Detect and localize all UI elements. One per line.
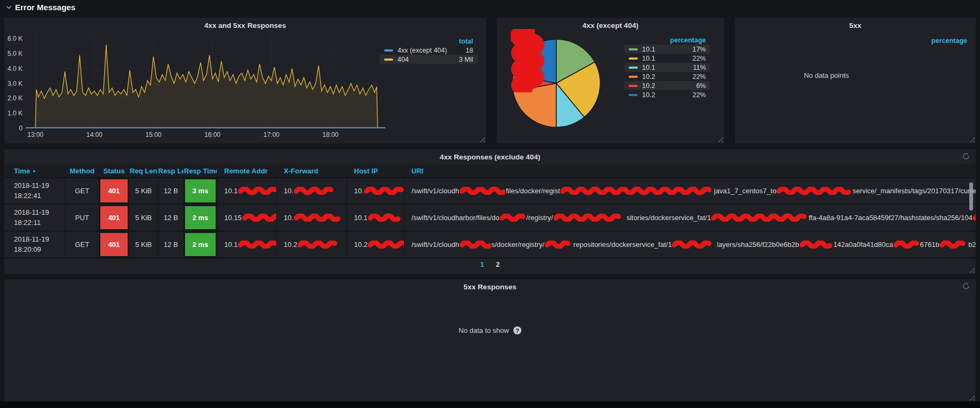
series-color-swatch (629, 94, 638, 96)
text-fragment: 10.1 (224, 241, 238, 249)
redaction-scribble (800, 241, 833, 249)
cell-resp-len: 12 B (158, 205, 184, 230)
cell-method: PUT (65, 205, 99, 230)
dashboard-row-error-messages[interactable]: Error Messages (0, 0, 980, 14)
svg-text:0: 0 (19, 125, 23, 132)
legend-value-header: total (380, 37, 477, 46)
cell-method: GET (65, 232, 99, 257)
redaction-scribble (500, 214, 526, 222)
cell-uri: /swift/v1/cloudhfiles/docker/registjava1… (404, 178, 976, 203)
resize-handle[interactable] (969, 395, 975, 400)
text-fragment: /swift/v1/cloudh (411, 187, 459, 195)
cell-remote-addr: 10.1 (217, 232, 277, 257)
text-fragment: /swift/v1/cloudh (411, 241, 459, 249)
series-total-value: 3 Mil (454, 56, 473, 63)
column-header-host-ip[interactable]: Host IP (347, 167, 404, 175)
text-fragment: 10.2 (284, 241, 297, 249)
cell-status: 401 (99, 178, 129, 203)
series-pct-value: 22% (687, 55, 706, 62)
panel-5xx: 5xx percentage No data points (735, 18, 976, 143)
column-header-resp-time[interactable]: Resp Time (184, 167, 217, 175)
redaction-scribble (242, 214, 277, 222)
series-label: 10.2 (642, 91, 655, 99)
panel-title[interactable]: 4xx (except 404) (497, 21, 724, 30)
legend-row[interactable]: 10.111% (624, 63, 710, 72)
redaction-scribble (298, 241, 341, 249)
time-clock: 18:22:41 (14, 191, 41, 201)
svg-text:6.0 K: 6.0 K (8, 35, 23, 42)
redaction-scribble (294, 214, 341, 222)
legend-value-header: percentage (931, 37, 967, 45)
column-header-resp-len[interactable]: Resp Len (158, 167, 184, 175)
redaction-scribble (460, 241, 491, 249)
page-link[interactable]: 1 (480, 260, 484, 268)
svg-text:1.0 K: 1.0 K (8, 110, 23, 117)
cell-uri: /swift/v1/cloudharbor/files/do/registry/… (404, 205, 976, 230)
svg-text:4.0 K: 4.0 K (8, 65, 23, 72)
svg-text:2.0 K: 2.0 K (8, 94, 23, 102)
text-fragment: sitories/dockerservice_fat/1 (627, 214, 711, 222)
column-header-method[interactable]: Method (65, 167, 99, 175)
column-header-time[interactable]: Time ▼ (4, 167, 65, 175)
text-fragment: 10.1 (224, 187, 238, 195)
scrollbar-thumb[interactable] (969, 183, 973, 210)
cell-x-forward: 10.2 (277, 232, 347, 257)
cell-time: 2018-11-1918:22:11 (4, 205, 65, 230)
cell-resp-len: 12 B (158, 178, 184, 203)
text-fragment: 10. (354, 187, 364, 195)
svg-text:5.0 K: 5.0 K (8, 50, 23, 57)
time-clock: 18:22:11 (14, 218, 41, 228)
redaction-scribble (554, 214, 626, 222)
legend-row[interactable]: 10.222% (624, 72, 710, 81)
text-fragment: s/docker/registry/ (491, 241, 544, 249)
series-pct-value: 11% (688, 64, 706, 71)
column-header-x-forward[interactable]: X-Forward (277, 167, 347, 175)
series-label: 10.1 (642, 55, 655, 62)
legend-row[interactable]: 10.122% (624, 54, 710, 63)
redaction-scribble (973, 214, 976, 222)
text-fragment: 10. (284, 187, 293, 195)
page-link[interactable]: 2 (496, 260, 500, 268)
table-row: 2018-11-1918:20:09GET4015 KiB12 B2 ms10.… (4, 232, 976, 259)
series-color-swatch (384, 49, 393, 52)
legend-row[interactable]: 10.222% (624, 90, 710, 99)
redaction-scribble (672, 241, 716, 249)
column-header-uri[interactable]: URI (404, 167, 976, 175)
table-row: 2018-11-1918:22:41GET4015 KiB12 B3 ms10.… (4, 178, 976, 205)
dashboard: Error Messages 4xx and 5xx Responses 13:… (0, 0, 980, 408)
bottom-edge (0, 402, 980, 408)
svg-text:14:00: 14:00 (86, 131, 102, 139)
cell-req-len: 5 KiB (129, 205, 158, 230)
resize-handle[interactable] (969, 137, 975, 142)
series-color-swatch (629, 85, 638, 87)
panel-title[interactable]: 5xx (735, 21, 976, 30)
refresh-icon[interactable] (962, 282, 970, 290)
text-fragment: 142a0a0fa41d80ca (834, 241, 893, 249)
resp-time-badge: 2 ms (184, 205, 217, 230)
legend-row[interactable]: 4xx (except 404)18 (380, 46, 477, 55)
cell-status: 401 (99, 232, 129, 257)
column-header-remote-addr[interactable]: Remote Addr (217, 167, 277, 175)
column-header-req-len[interactable]: Req Len (129, 167, 158, 175)
refresh-icon[interactable] (962, 152, 970, 160)
series-label: 10.1 (642, 46, 655, 53)
cell-x-forward: 10. (277, 205, 347, 230)
column-header-status[interactable]: Status (99, 167, 129, 175)
legend-row[interactable]: 4043 Mil (380, 55, 477, 64)
svg-text:13:00: 13:00 (27, 131, 43, 139)
table-pagination: 12 (4, 260, 976, 268)
legend-row[interactable]: 10.26% (624, 81, 710, 90)
panel-title[interactable]: 5xx Responses (4, 283, 976, 291)
legend-row[interactable]: 10.117% (624, 45, 710, 54)
panel-title[interactable]: 4xx Responses (exclude 404) (4, 153, 976, 161)
series-label: 10.1 (642, 64, 655, 71)
help-icon[interactable]: ? (513, 326, 521, 334)
table-row: 2018-11-1918:22:11PUT4015 KiB12 B2 ms10.… (4, 205, 976, 232)
sort-desc-icon: ▼ (32, 169, 36, 174)
resp-time-badge: 3 ms (184, 178, 217, 203)
legend-value-header: percentage (624, 36, 710, 45)
status-badge: 401 (99, 178, 129, 203)
redaction-scribble (545, 241, 573, 249)
series-label: 10.2 (642, 82, 655, 90)
panel-title[interactable]: 4xx and 5xx Responses (4, 21, 486, 30)
